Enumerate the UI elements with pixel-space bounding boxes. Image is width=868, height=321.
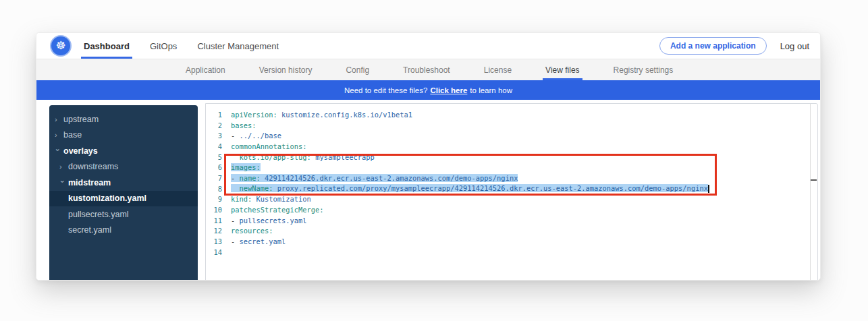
line-number: 1 — [206, 111, 222, 119]
code-segment: - — [231, 132, 240, 140]
code-segment: resources: — [231, 227, 273, 235]
line-number: 13 — [206, 237, 222, 245]
code-text: resources: — [231, 227, 273, 235]
line-number: 7 — [206, 174, 222, 182]
code-segment: - — [231, 216, 240, 225]
line-number: 11 — [206, 216, 222, 225]
code-text: kots.io/app-slug: mysampleecrapp — [231, 153, 375, 161]
code-line: 13- secret.yaml — [206, 236, 817, 247]
code-line: 4commonAnnotations: — [206, 141, 817, 152]
code-segment: secret.yaml — [240, 237, 286, 245]
tab-application[interactable]: Application — [184, 59, 227, 80]
secondary-nav: ApplicationVersion historyConfigTroubles… — [36, 59, 820, 80]
tab-config[interactable]: Config — [344, 59, 371, 80]
tree-item-overlays[interactable]: ›overlays — [49, 143, 198, 159]
line-number: 4 — [206, 142, 222, 150]
code-text: - name: 429114214526.dkr.ecr.us-east-2.a… — [231, 174, 518, 182]
tab-version-history[interactable]: Version history — [258, 59, 314, 80]
tree-item-label: pullsecrets.yaml — [68, 210, 129, 219]
code-line: 12resources: — [206, 226, 817, 237]
click-here-link[interactable]: Click here — [430, 86, 467, 94]
tree-item-label: base — [63, 130, 82, 140]
code-segment: proxy.replicated.com/proxy/mysampleecrap… — [273, 184, 708, 192]
tree-item-pullsecrets-yaml[interactable]: pullsecrets.yaml — [49, 206, 198, 223]
code-segment: kustomize.config.k8s.io/v1beta1 — [277, 111, 412, 119]
line-number: 5 — [206, 153, 222, 161]
chevron-right-icon: › — [55, 131, 61, 139]
code-text: apiVersion: kustomize.config.k8s.io/v1be… — [231, 111, 412, 119]
tree-item-upstream[interactable]: ›upstream — [49, 111, 198, 127]
line-number: 10 — [206, 206, 222, 214]
tree-item-secret-yaml[interactable]: secret.yaml — [49, 223, 198, 239]
banner-text-after: to learn how — [470, 86, 512, 94]
text-cursor — [708, 185, 709, 193]
tree-item-midstream[interactable]: ›midstream — [49, 175, 198, 191]
code-segment: mysampleecrapp — [311, 153, 375, 161]
code-segment: - — [231, 174, 240, 182]
tab-registry-settings[interactable]: Registry settings — [612, 59, 675, 80]
tree-item-label: downstreams — [68, 162, 118, 171]
code-lines: 1apiVersion: kustomize.config.k8s.io/v1b… — [206, 109, 817, 258]
code-segment: Kustomization — [252, 195, 311, 203]
tab-troubleshoot[interactable]: Troubleshoot — [402, 59, 452, 80]
tree-item-label: upstream — [63, 115, 99, 124]
chevron-right-icon: › — [59, 163, 66, 171]
nav-item-dashboard[interactable]: Dashboard — [81, 33, 132, 59]
nav-item-cluster-management[interactable]: Cluster Management — [194, 33, 281, 59]
add-new-application-button[interactable]: Add a new application — [659, 37, 767, 55]
tree-item-label: secret.yaml — [68, 225, 111, 235]
code-segment: apiVersion: — [231, 111, 277, 119]
page: ☸ DashboardGitOpsCluster Management Add … — [0, 0, 868, 321]
code-segment: commonAnnotations: — [231, 142, 307, 150]
code-text: patchesStrategicMerge: — [231, 206, 324, 214]
code-segment: patchesStrategicMerge: — [231, 206, 324, 214]
content-area: ›upstream›base›overlays›downstreams›mids… — [36, 100, 820, 281]
code-segment: ../../base — [240, 132, 282, 140]
code-text: kind: Kustomization — [231, 195, 311, 203]
code-segment: name: — [240, 174, 261, 182]
logout-link[interactable]: Log out — [780, 41, 809, 51]
logo-wrap: ☸ — [51, 33, 70, 59]
tree-item-label: midstream — [68, 178, 111, 187]
code-segment: images: — [231, 163, 261, 171]
code-line: 11- pullsecrets.yaml — [206, 215, 817, 226]
code-segment — [231, 153, 240, 161]
code-segment: newName: — [240, 184, 273, 192]
app-card: ☸ DashboardGitOpsCluster Management Add … — [36, 32, 821, 281]
code-editor[interactable]: 1apiVersion: kustomize.config.k8s.io/v1b… — [205, 103, 818, 281]
chevron-down-icon: › — [59, 180, 67, 187]
file-tree-sidebar: ›upstream›base›overlays›downstreams›mids… — [49, 105, 198, 281]
code-segment: kind: — [231, 195, 252, 203]
line-number: 6 — [206, 163, 222, 171]
code-line: 2bases: — [206, 120, 817, 131]
code-line: 1apiVersion: kustomize.config.k8s.io/v1b… — [206, 109, 817, 120]
code-text: bases: — [231, 121, 256, 129]
primary-nav: DashboardGitOpsCluster Management — [81, 33, 296, 59]
tab-license[interactable]: License — [483, 59, 513, 80]
code-segment: - — [231, 237, 240, 245]
banner-text-before: Need to edit these files? — [344, 86, 427, 94]
top-nav: ☸ DashboardGitOpsCluster Management Add … — [36, 33, 820, 59]
code-line: 8 newName: proxy.replicated.com/proxy/my… — [206, 183, 817, 194]
line-number: 14 — [206, 248, 222, 256]
code-text: images: — [231, 163, 261, 171]
code-line: 9kind: Kustomization — [206, 194, 817, 205]
tree-item-label: overlays — [63, 146, 98, 156]
code-line: 6images: — [206, 162, 817, 173]
line-number: 9 — [206, 195, 222, 203]
code-line: 3- ../../base — [206, 130, 817, 141]
code-line: 5 kots.io/app-slug: mysampleecrapp — [206, 152, 817, 163]
tree-item-base[interactable]: ›base — [49, 127, 198, 144]
code-line: 14 — [206, 247, 817, 258]
code-line: 7- name: 429114214526.dkr.ecr.us-east-2.… — [206, 173, 817, 183]
tab-view-files[interactable]: View files — [544, 59, 580, 80]
editor-scrollbar[interactable] — [810, 104, 817, 281]
tree-item-downstreams[interactable]: ›downstreams — [49, 159, 198, 175]
code-text: - ../../base — [231, 132, 281, 140]
chevron-down-icon: › — [54, 148, 62, 155]
chevron-right-icon: › — [55, 115, 61, 123]
code-line: 10patchesStrategicMerge: — [206, 204, 817, 215]
tree-item-kustomization-yaml[interactable]: kustomization.yaml — [49, 191, 198, 207]
code-segment — [231, 184, 240, 192]
nav-item-gitops[interactable]: GitOps — [147, 33, 180, 59]
